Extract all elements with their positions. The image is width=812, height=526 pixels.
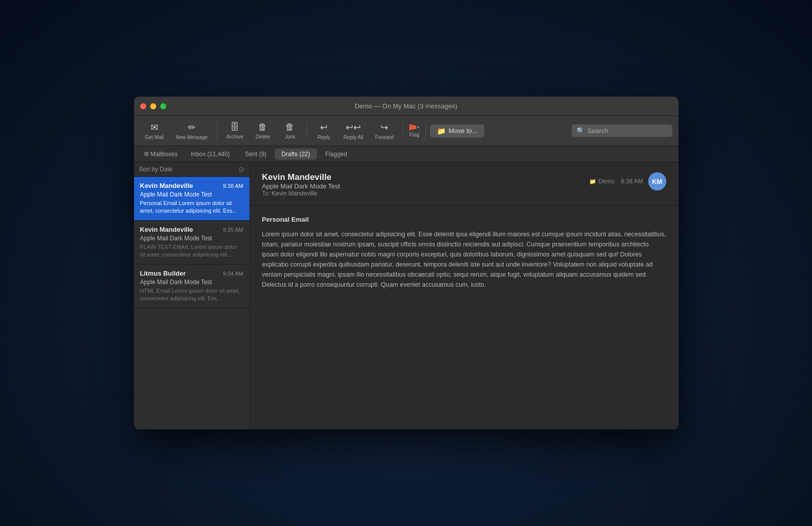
tab-mailboxes[interactable]: ⊞ Mailboxes [139, 149, 183, 160]
get-mail-icon: ✉ [151, 122, 158, 133]
trash-icon: 🗑 [258, 122, 267, 133]
mailboxes-label: Mailboxes [151, 151, 178, 158]
tab-inbox[interactable]: Inbox (11,440) [184, 149, 237, 160]
message-body: Personal Email Lorem ipsum dolor sit ame… [250, 206, 678, 429]
message-mailbox: 📁 Demo [589, 178, 614, 185]
message-section-title: Personal Email [262, 216, 666, 223]
email-sender: Kevin Mandeville [140, 226, 193, 233]
reply-icon: ↩ [320, 122, 328, 133]
archive-button[interactable]: 🗄 Archive [221, 120, 248, 142]
search-icon: 🔍 [577, 127, 585, 135]
flag-icon-group: ▾ [409, 124, 419, 130]
email-time: 9:34 AM [223, 271, 243, 277]
forward-icon: ↪ [381, 122, 388, 133]
junk-label: Junk [285, 134, 295, 140]
email-list: Kevin Mandeville 9:38 AM Apple Mail Dark… [134, 177, 249, 429]
maximize-button[interactable] [160, 103, 166, 109]
message-from: Kevin Mandeville [262, 172, 340, 182]
message-meta-group: 📁 Demo 9:38 AM KM [589, 172, 666, 190]
separator-2 [306, 122, 307, 140]
sort-bar: Sort by Date ⊙ [134, 162, 249, 177]
flag-button[interactable]: ▾ Flag [407, 122, 421, 140]
drafts-label: Drafts (22) [282, 151, 310, 158]
reply-all-label: Reply All [343, 135, 363, 140]
sidebar-toggle-icon: ⊞ [144, 151, 149, 157]
email-item-header: Litmus Builder 9:34 AM [140, 270, 243, 277]
email-time: 9:35 AM [223, 227, 243, 233]
new-message-button[interactable]: ✏ New Message [171, 120, 213, 142]
tab-bar: ⊞ Mailboxes Inbox (11,440) Sent (9) Draf… [134, 146, 678, 162]
message-to-address: Kevin Mandeville [272, 190, 318, 197]
reply-button[interactable]: ↩ Reply [311, 120, 336, 142]
sidebar: Sort by Date ⊙ Kevin Mandeville 9:38 AM … [134, 162, 250, 429]
separator-1 [217, 122, 217, 140]
message-subject: Apple Mail Dark Mode Test [262, 182, 340, 190]
message-pane: Kevin Mandeville Apple Mail Dark Mode Te… [250, 162, 678, 429]
email-preview: PLAIN TEXT EMAIL Lorem ipsum dolor sit a… [140, 243, 243, 259]
inbox-label: Inbox (11,440) [191, 151, 230, 158]
traffic-lights [140, 103, 166, 109]
message-meta: 📁 Demo 9:38 AM [589, 178, 643, 185]
email-item-header: Kevin Mandeville 9:38 AM [140, 182, 243, 189]
email-preview: Personal Email Lorem ipsum dolor sit ame… [140, 200, 243, 215]
junk-button[interactable]: 🗑 Junk [277, 120, 302, 142]
message-to: To: Kevin Mandeville [262, 190, 340, 197]
reply-all-button[interactable]: ↩↩ Reply All [338, 120, 368, 142]
close-button[interactable] [140, 103, 146, 109]
email-item-header: Kevin Mandeville 9:35 AM [140, 226, 243, 233]
email-subject: Apple Mail Dark Mode Test [140, 279, 243, 286]
flagged-label: Flagged [325, 151, 347, 158]
title-bar: Demo — On My Mac (3 messages) [134, 97, 678, 116]
tab-flagged[interactable]: Flagged [318, 149, 354, 160]
delete-label: Delete [256, 134, 270, 140]
message-header: Kevin Mandeville Apple Mail Dark Mode Te… [250, 162, 678, 206]
get-mail-button[interactable]: ✉ Get Mail [140, 120, 169, 142]
move-icon: 📁 [437, 127, 446, 135]
window-title: Demo — On My Mac (3 messages) [355, 102, 458, 110]
message-from-subject: Kevin Mandeville Apple Mail Dark Mode Te… [262, 172, 340, 197]
delete-button[interactable]: 🗑 Delete [250, 120, 275, 142]
tab-sent[interactable]: Sent (9) [238, 149, 274, 160]
reply-all-icon: ↩↩ [346, 122, 361, 133]
email-subject: Apple Mail Dark Mode Test [140, 191, 243, 198]
mail-window: Demo — On My Mac (3 messages) ✉ Get Mail… [134, 97, 678, 429]
email-time: 9:38 AM [223, 183, 243, 189]
email-sender: Kevin Mandeville [140, 182, 193, 189]
move-to-label: Move to... [449, 127, 477, 135]
filter-icon[interactable]: ⊙ [238, 165, 244, 173]
junk-icon: 🗑 [285, 122, 294, 133]
separator-4 [425, 122, 426, 140]
get-mail-label: Get Mail [145, 135, 164, 140]
flag-label: Flag [409, 132, 419, 138]
forward-button[interactable]: ↪ Forward [370, 120, 399, 142]
flag-icon [409, 124, 416, 130]
message-text: Lorem ipsum dolor sit amet, consectetur … [262, 229, 666, 290]
search-bar[interactable]: 🔍 [572, 124, 672, 137]
list-item[interactable]: Kevin Mandeville 9:38 AM Apple Mail Dark… [134, 177, 249, 221]
email-subject: Apple Mail Dark Mode Test [140, 235, 243, 242]
archive-icon: 🗄 [230, 122, 239, 133]
mailbox-folder-icon: 📁 [589, 178, 596, 185]
reply-label: Reply [318, 135, 331, 140]
email-sender: Litmus Builder [140, 270, 186, 277]
avatar: KM [648, 172, 666, 190]
list-item[interactable]: Kevin Mandeville 9:35 AM Apple Mail Dark… [134, 221, 249, 265]
tab-drafts[interactable]: Drafts (22) [275, 149, 318, 160]
search-input[interactable] [588, 127, 667, 135]
message-header-top: Kevin Mandeville Apple Mail Dark Mode Te… [262, 172, 666, 197]
sort-by-date-button[interactable]: Sort by Date [139, 166, 173, 173]
move-to-button[interactable]: 📁 Move to... [430, 124, 484, 138]
separator-3 [403, 122, 403, 140]
toolbar: ✉ Get Mail ✏ New Message 🗄 Archive 🗑 Del… [134, 116, 678, 146]
message-time: 9:38 AM [620, 178, 643, 185]
minimize-button[interactable] [150, 103, 156, 109]
archive-label: Archive [226, 134, 243, 140]
email-preview: HTML Email Lorem ipsum dolor sit amet, c… [140, 287, 243, 303]
new-message-label: New Message [176, 135, 208, 140]
sent-label: Sent (9) [245, 151, 267, 158]
main-area: Sort by Date ⊙ Kevin Mandeville 9:38 AM … [134, 162, 678, 429]
compose-icon: ✏ [188, 122, 196, 133]
forward-label: Forward [375, 135, 394, 140]
list-item[interactable]: Litmus Builder 9:34 AM Apple Mail Dark M… [134, 265, 249, 308]
flag-chevron-icon: ▾ [417, 125, 419, 129]
